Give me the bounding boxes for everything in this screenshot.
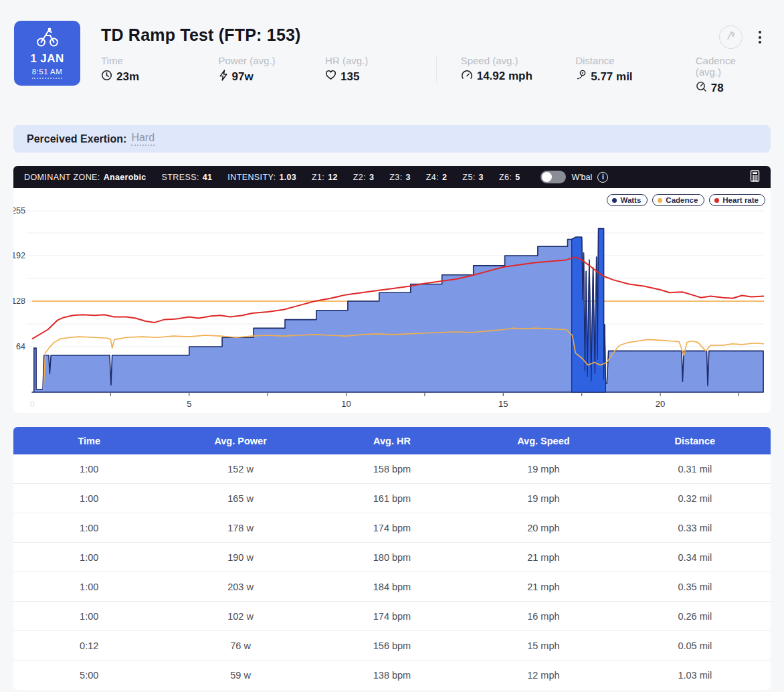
stat-hr: HR (avg.) 135 [325,55,425,84]
legend-watts[interactable]: Watts [607,194,648,206]
perceived-exertion-value[interactable]: Hard [131,132,155,146]
col-time: Time [13,436,165,446]
stat-cadence: Cadence (avg.) 78 [696,55,771,96]
analyze-button[interactable] [719,25,743,49]
cadence-dot-icon [658,198,662,203]
table-cell: 59 w [165,670,316,681]
table-header: Time Avg. Power Avg. HR Avg. Speed Dista… [13,427,771,454]
laps-table: Time Avg. Power Avg. HR Avg. Speed Dista… [13,427,771,690]
x-axis-label: 0 [29,399,34,409]
table-body: 1:00152 w158 bpm19 mph0.31 mil1:00165 w1… [13,454,771,690]
date-badge[interactable]: 1 JAN 8:51 AM [14,21,80,86]
table-cell: 76 w [165,640,316,651]
table-cell: 0.31 mil [619,464,771,474]
table-row[interactable]: 1:00178 w174 bpm20 mph0.33 mil [13,513,771,543]
dominant-zone: DOMINANT ZONE:Anaerobic [24,173,146,182]
y-axis-label: 255 [13,206,25,215]
intensity-stat: INTENSITY:1.03 [227,173,296,182]
table-cell: 203 w [165,582,316,592]
table-cell: 1:00 [13,582,165,592]
table-cell: 152 w [165,464,316,474]
col-avg-hr: Avg. HR [316,436,468,446]
table-cell: 0.34 mil [619,552,771,563]
zone-z5: Z5:3 [462,173,484,182]
wbal-control: W'bal i [541,171,608,183]
table-cell: 184 bpm [316,582,468,592]
chart-card: DOMINANT ZONE:Anaerobic STRESS:41 INTENS… [13,166,771,413]
table-cell: 178 w [165,523,316,533]
compass-arrow-icon [725,30,737,45]
activity-header: 1 JAN 8:51 AM TD Ramp Test (FTP: 153) Ti… [0,0,784,96]
table-row[interactable]: 1:00152 w158 bpm19 mph0.31 mil [13,454,771,484]
table-cell: 1.03 mil [619,670,771,681]
table-cell: 0.05 mil [619,640,771,651]
y-axis-label: 64 [16,342,25,351]
activity-chart[interactable]: 6412819225505101520 [13,188,771,413]
kebab-menu-icon[interactable] [756,28,764,46]
location-pin-icon [575,70,587,84]
table-row[interactable]: 5:0059 w138 bpm12 mph1.03 mil [13,661,771,690]
table-cell: 16 mph [468,611,619,622]
table-cell: 158 bpm [316,464,468,474]
table-cell: 1:00 [13,493,165,504]
table-cell: 19 mph [468,493,619,504]
cadence-gauge-icon [696,81,707,96]
selected-interval-area [572,229,606,392]
zone-summary-bar: DOMINANT ZONE:Anaerobic STRESS:41 INTENS… [13,166,771,188]
col-avg-power: Avg. Power [165,436,316,446]
y-axis-label: 128 [13,296,25,306]
cyclist-icon [35,27,60,50]
x-axis-label: 5 [187,399,191,409]
table-row[interactable]: 1:00165 w161 bpm19 mph0.32 mil [13,484,771,513]
table-row[interactable]: 1:00203 w184 bpm21 mph0.35 mil [13,572,771,602]
zone-z1: Z1:12 [312,173,338,182]
table-cell: 12 mph [468,670,619,681]
perceived-exertion-label: Perceived Exertion: [27,133,126,145]
table-row[interactable]: 0:1276 w156 bpm15 mph0.05 mil [13,631,771,661]
perceived-exertion-bar: Perceived Exertion: Hard [13,125,771,153]
header-actions [719,25,764,49]
table-cell: 21 mph [468,582,619,592]
wbal-toggle[interactable] [541,171,566,183]
table-cell: 0.33 mil [619,523,771,533]
table-cell: 20 mph [468,523,619,533]
table-cell: 15 mph [468,640,619,651]
heart-icon [325,70,336,84]
header-main: TD Ramp Test (FTP: 153) Time 23m Power (… [101,21,771,96]
table-cell: 180 bpm [316,552,468,563]
table-cell: 5:00 [13,670,165,681]
legend-cadence[interactable]: Cadence [652,194,704,206]
badge-time[interactable]: 8:51 AM [32,68,63,79]
table-cell: 0.26 mil [619,611,771,622]
zone-z6: Z6:5 [499,173,520,182]
table-cell: 0:12 [13,640,165,651]
zone-z4: Z4:2 [426,173,448,182]
stat-time: Time 23m [101,55,219,84]
table-cell: 1:00 [13,464,165,474]
table-cell: 21 mph [468,552,619,563]
table-cell: 102 w [165,611,316,622]
table-cell: 174 bpm [316,611,468,622]
chart-area: Watts Cadence Heart rate 641281922550510… [13,188,771,413]
legend-heart-rate[interactable]: Heart rate [709,194,765,206]
zone-z3: Z3:3 [389,173,411,182]
table-cell: 1:00 [13,611,165,622]
info-icon[interactable]: i [597,172,608,183]
chart-legend: Watts Cadence Heart rate [607,194,765,206]
table-cell: 1:00 [13,523,165,533]
x-axis-label: 20 [656,399,665,409]
col-distance: Distance [619,436,771,446]
watts-dot-icon [612,198,617,203]
calculator-button[interactable] [750,170,760,184]
clock-icon [101,70,112,84]
stat-power: Power (avg.) 97w [219,55,326,84]
watts-area [32,229,763,392]
table-row[interactable]: 1:00190 w180 bpm21 mph0.34 mil [13,543,771,572]
calculator-icon [750,170,760,184]
table-cell: 0.32 mil [619,493,771,504]
bolt-icon [219,70,228,84]
x-axis-label: 10 [341,399,351,409]
table-row[interactable]: 1:00102 w174 bpm16 mph0.26 mil [13,602,771,631]
y-axis-label: 192 [13,251,25,260]
stat-distance: Distance 5.77 mil [575,55,696,84]
